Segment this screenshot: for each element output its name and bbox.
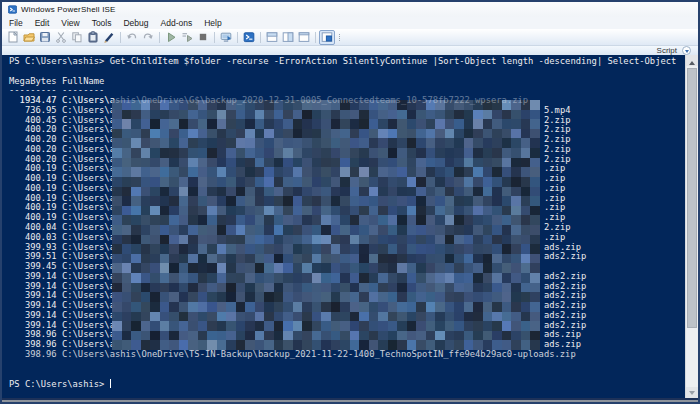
script-pane-label: Script <box>657 46 677 55</box>
toolbar-separator <box>120 32 121 43</box>
blank-line <box>9 67 682 77</box>
path-ending-text: ads2.zip <box>544 252 586 262</box>
menu-item-view[interactable]: View <box>61 18 79 28</box>
show-script-pane-maximized-icon <box>298 31 310 43</box>
show-script-pane-right-icon <box>282 31 294 43</box>
toolbar-separator <box>260 32 261 43</box>
console-pane[interactable]: PS C:\Users\ashis> Get-ChildItem $folder… <box>2 55 698 398</box>
stop-operation-button[interactable] <box>195 30 211 45</box>
toolbar-separator <box>214 32 215 43</box>
cut-icon <box>55 31 67 43</box>
show-script-pane-maximized-button[interactable] <box>296 30 312 45</box>
paste-button[interactable] <box>85 30 101 45</box>
menu-item-edit[interactable]: Edit <box>35 18 50 28</box>
run-selection-button[interactable] <box>179 30 195 45</box>
start-powershell-button[interactable] <box>241 30 257 45</box>
toolbar <box>2 29 698 46</box>
window-title: Windows PowerShell ISE <box>21 5 116 14</box>
show-script-pane-right-button[interactable] <box>280 30 296 45</box>
copy-icon <box>71 31 83 43</box>
stop-operation-icon <box>197 31 209 43</box>
redo-icon <box>142 31 154 43</box>
open-script-button[interactable] <box>21 30 37 45</box>
scroll-down-button[interactable] <box>686 387 698 398</box>
cut-button[interactable] <box>53 30 69 45</box>
show-script-pane-top-icon <box>266 31 278 43</box>
menu-item-addons[interactable]: Add-ons <box>161 18 193 28</box>
blank-line <box>9 370 682 380</box>
run-script-icon <box>165 31 177 43</box>
show-script-pane-top-button[interactable] <box>264 30 280 45</box>
toolbar-overflow-grip <box>339 34 341 41</box>
run-selection-icon <box>181 31 193 43</box>
run-script-button[interactable] <box>163 30 179 45</box>
menu-item-tools[interactable]: Tools <box>92 18 112 28</box>
blank-line <box>9 360 682 370</box>
copy-button[interactable] <box>69 30 85 45</box>
paste-icon <box>87 31 99 43</box>
new-remote-powershell-tab-button[interactable] <box>218 30 234 45</box>
toolbar-separator <box>237 32 238 43</box>
output-row: 1934.47 C:\Users\a 1934.47 C:\Users\ashi… <box>9 96 682 106</box>
new-remote-powershell-tab-icon <box>220 31 232 43</box>
console-scrollbar[interactable] <box>685 55 698 398</box>
menu-bar: FileEditViewToolsDebugAdd-onsHelp <box>2 17 698 29</box>
start-powershell-icon <box>243 31 255 43</box>
ghosted-path-text: 1934.47 C:\Users\ashis\OneDrive\G$\backu… <box>9 96 528 106</box>
window-bottom-edge <box>2 398 698 402</box>
script-editor-toggle-button[interactable] <box>319 30 335 45</box>
title-bar: Windows PowerShell ISE <box>2 2 698 17</box>
command-line: PS C:\Users\ashis> Get-ChildItem $folder… <box>9 57 682 67</box>
new-script-button[interactable] <box>5 30 21 45</box>
redo-button[interactable] <box>140 30 156 45</box>
scrollbar-thumb[interactable] <box>687 68 697 328</box>
save-icon <box>39 31 51 43</box>
text-cursor <box>110 379 112 388</box>
undo-button[interactable] <box>124 30 140 45</box>
output-row: 398.96 C:\Users\ashis\OneDrive\TS-IN-Bac… <box>9 350 682 360</box>
prompt-line: PS C:\Users\ashis> <box>9 379 682 389</box>
menu-item-debug[interactable]: Debug <box>123 18 148 28</box>
new-script-icon <box>7 31 19 43</box>
toolbar-separator <box>159 32 160 43</box>
scroll-up-button[interactable] <box>686 55 698 66</box>
output-header: MegaBytes FullName <box>9 77 682 87</box>
clear-console-icon <box>103 31 115 43</box>
powershell-ise-window: Windows PowerShell ISE FileEditViewTools… <box>0 0 700 404</box>
menu-item-file[interactable]: File <box>9 18 23 28</box>
undo-icon <box>126 31 138 43</box>
menu-item-help[interactable]: Help <box>204 18 221 28</box>
toolbar-separator <box>315 32 316 43</box>
prompt-text: PS C:\Users\ashis> <box>9 379 110 389</box>
clear-console-button[interactable] <box>101 30 117 45</box>
chevron-down-icon[interactable] <box>682 46 691 55</box>
script-pane-bar: Script <box>2 46 698 55</box>
save-button[interactable] <box>37 30 53 45</box>
script-editor-toggle-icon <box>321 31 333 43</box>
privacy-blur-overlay <box>112 100 540 350</box>
open-script-icon <box>23 31 35 43</box>
powershell-ise-app-icon <box>8 5 17 14</box>
